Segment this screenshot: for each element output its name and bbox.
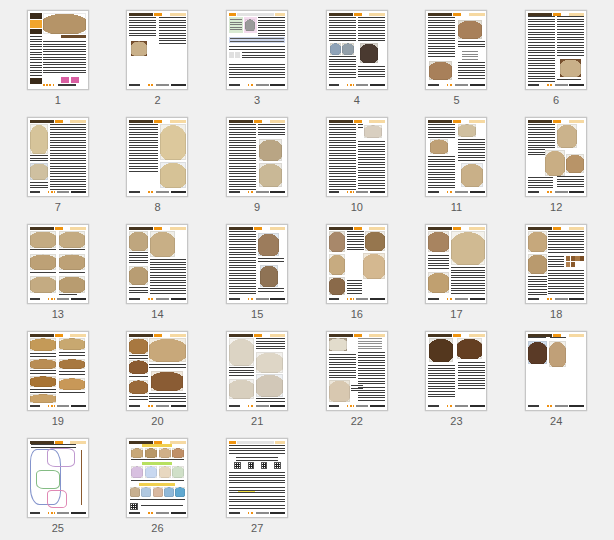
page-preview[interactable] xyxy=(126,10,188,90)
page-preview[interactable] xyxy=(525,331,587,411)
color-band xyxy=(129,405,140,407)
color-band xyxy=(156,191,169,193)
page-thumbnail[interactable]: 4 xyxy=(307,10,407,117)
page-number-label: 12 xyxy=(550,202,562,213)
page-number-label: 27 xyxy=(251,523,263,534)
page-preview[interactable] xyxy=(226,224,288,304)
page-thumbnail[interactable]: 19 xyxy=(8,331,108,438)
page-preview[interactable] xyxy=(126,438,188,518)
page-thumbnail[interactable]: 26 xyxy=(108,438,208,540)
page-preview[interactable] xyxy=(226,438,288,518)
page-thumbnail[interactable]: 2 xyxy=(108,10,208,117)
text-lines xyxy=(528,149,545,156)
page-thumbnail[interactable]: 8 xyxy=(108,117,208,224)
page-thumbnail[interactable]: 10 xyxy=(307,117,407,224)
page-thumbnail[interactable]: 24 xyxy=(506,331,606,438)
orange-dot-strip xyxy=(48,405,55,407)
page-preview[interactable] xyxy=(126,117,188,197)
page-preview[interactable] xyxy=(226,117,288,197)
color-band xyxy=(71,405,86,407)
page-preview[interactable] xyxy=(126,224,188,304)
text-lines xyxy=(59,272,85,275)
color-band xyxy=(354,13,362,16)
page-thumbnail[interactable]: 9 xyxy=(207,117,307,224)
page-preview[interactable] xyxy=(525,10,587,90)
page-preview[interactable] xyxy=(425,331,487,411)
color-band xyxy=(30,441,54,444)
color-band xyxy=(55,120,63,123)
page-thumbnail[interactable]: 25 xyxy=(8,438,108,540)
color-band xyxy=(354,227,362,230)
page-thumbnail[interactable]: 3 xyxy=(207,10,307,117)
page-preview[interactable] xyxy=(425,224,487,304)
color-band xyxy=(580,256,584,261)
text-lines xyxy=(159,17,186,45)
page-thumbnail[interactable]: 27 xyxy=(207,438,307,540)
color-band xyxy=(270,298,285,300)
page-preview[interactable] xyxy=(525,117,587,197)
color-band xyxy=(229,512,240,514)
text-lines xyxy=(30,249,56,252)
color-band xyxy=(270,120,286,123)
color-band xyxy=(30,29,42,34)
page-thumbnail[interactable]: 12 xyxy=(506,117,606,224)
color-band xyxy=(528,120,552,123)
page-thumbnail[interactable]: 15 xyxy=(207,224,307,331)
color-band xyxy=(154,227,162,230)
page-thumbnail[interactable]: 23 xyxy=(407,331,507,438)
page-thumbnail[interactable]: 5 xyxy=(407,10,507,117)
color-band xyxy=(370,191,385,193)
orange-dot-strip xyxy=(547,298,554,300)
page-preview[interactable] xyxy=(425,117,487,197)
page-thumbnail[interactable]: 16 xyxy=(307,224,407,331)
photo-placeholder xyxy=(30,163,49,180)
color-band xyxy=(81,450,82,505)
photo-placeholder xyxy=(428,272,448,293)
page-number-label: 18 xyxy=(550,309,562,320)
page-preview[interactable] xyxy=(525,224,587,304)
page-thumbnail[interactable]: 1 xyxy=(8,10,108,117)
page-thumbnail[interactable]: 18 xyxy=(506,224,606,331)
page-preview[interactable] xyxy=(326,224,388,304)
page-thumbnail[interactable]: 7 xyxy=(8,117,108,224)
page-preview[interactable] xyxy=(27,10,89,90)
page-thumbnail[interactable]: 14 xyxy=(108,224,208,331)
page-preview[interactable] xyxy=(326,117,388,197)
color-band xyxy=(369,13,385,16)
page-preview[interactable] xyxy=(27,117,89,197)
photo-placeholder xyxy=(458,20,482,40)
orange-dot-strip xyxy=(347,405,354,407)
color-band xyxy=(71,77,79,83)
photo-placeholder xyxy=(59,338,85,350)
page-preview[interactable] xyxy=(27,438,89,518)
page-thumbnail[interactable]: 13 xyxy=(8,224,108,331)
text-lines xyxy=(557,176,584,187)
page-thumbnail[interactable]: 21 xyxy=(207,331,307,438)
page-preview[interactable] xyxy=(425,10,487,90)
color-band xyxy=(170,334,186,337)
page-preview[interactable] xyxy=(326,331,388,411)
page-preview[interactable] xyxy=(27,224,89,304)
text-lines xyxy=(30,155,49,161)
page-preview[interactable] xyxy=(326,10,388,90)
color-band xyxy=(70,441,86,444)
color-band xyxy=(354,334,362,337)
color-band xyxy=(170,120,186,123)
color-band xyxy=(270,405,285,407)
page-thumbnail[interactable]: 20 xyxy=(108,331,208,438)
page-preview[interactable] xyxy=(126,331,188,411)
color-band xyxy=(428,227,452,230)
page-preview[interactable] xyxy=(27,331,89,411)
color-band xyxy=(70,334,86,337)
color-band xyxy=(428,191,439,193)
page-thumbnail[interactable]: 17 xyxy=(407,224,507,331)
page-thumbnail[interactable]: 6 xyxy=(506,10,606,117)
text-lines xyxy=(451,267,485,295)
page-preview[interactable] xyxy=(226,331,288,411)
page-thumbnail[interactable]: 22 xyxy=(307,331,407,438)
color-band xyxy=(156,512,169,514)
color-band xyxy=(569,405,584,407)
page-preview[interactable] xyxy=(226,10,288,90)
color-band xyxy=(428,298,439,300)
page-thumbnail[interactable]: 11 xyxy=(407,117,507,224)
